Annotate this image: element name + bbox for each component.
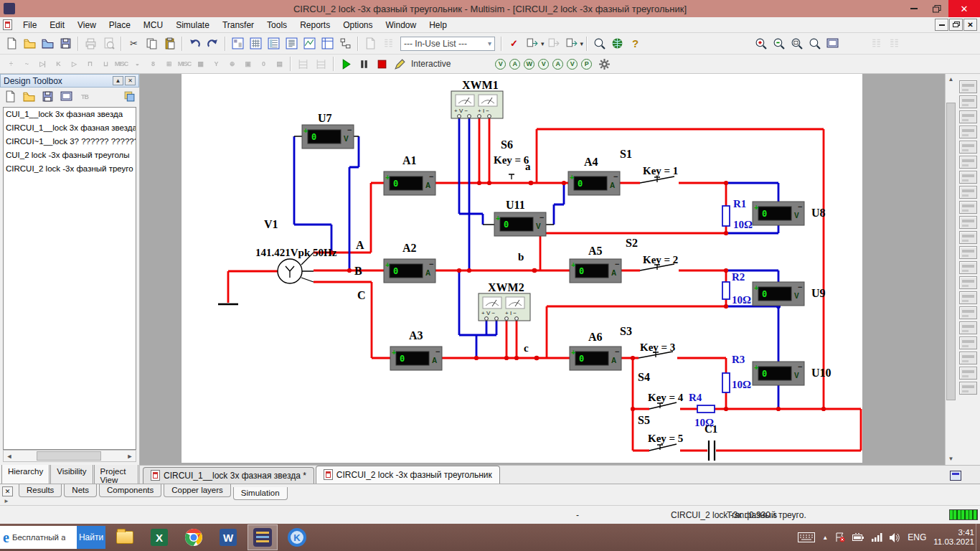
restore-button[interactable] [925,0,948,17]
scroll-right-icon[interactable]: ► [124,453,136,460]
oscilloscope-button[interactable] [959,126,977,138]
education-web-page-button[interactable] [608,35,626,52]
function-generator-button[interactable] [959,95,977,108]
component-r1[interactable] [722,206,730,226]
taskbar-kompas[interactable]: K [282,524,312,550]
menu-view[interactable]: View [71,19,103,32]
label-r1[interactable]: R1 [733,198,746,209]
copy-button[interactable] [143,35,161,52]
menu-options[interactable]: Options [336,19,379,32]
ac-current-probe-button[interactable]: A [552,59,563,70]
spice-netlist-viewer-button[interactable] [265,35,283,52]
menu-file[interactable]: File [17,19,43,32]
mdi-window-icon[interactable] [950,471,961,481]
current-clamp-button[interactable] [959,352,977,364]
undo-button[interactable] [186,35,204,52]
open-design-button[interactable] [21,89,37,104]
panel-close-button[interactable]: ✕ [125,76,136,85]
label-s6[interactable]: S6 [501,138,513,151]
probe-settings-button[interactable] [595,55,613,72]
close-button[interactable]: ✕ [948,0,980,17]
save-button[interactable] [57,35,75,52]
electrical-rules-check-button[interactable]: ✓ [505,35,523,52]
menu-window[interactable]: Window [380,19,423,32]
close-design-button[interactable] [58,89,74,104]
tektronix-oscilloscope-button[interactable] [959,336,977,349]
canvas-vscrollbar[interactable]: ▲ ▼ [945,74,956,465]
panel-collapse-button[interactable]: ▲ [113,76,123,85]
cut-button[interactable]: ✂ [125,35,143,52]
minimize-button[interactable] [903,0,925,17]
taskbar-search-box[interactable]: e [0,526,77,549]
battery-icon[interactable] [852,533,864,542]
mdi-close-button[interactable]: ✕ [963,19,977,31]
distortion-analyzer-button[interactable] [959,246,977,259]
zoom-out-button[interactable] [770,35,788,52]
bode-plotter-button[interactable] [959,156,977,169]
interactive-simulation-button[interactable] [391,55,409,72]
edge-icon[interactable]: e [3,529,9,546]
spreadsheet-close-button[interactable]: ✕ [2,486,13,496]
differential-voltage-probe-button[interactable]: V [538,59,549,70]
document-tab-active[interactable]: CIRCUI_2 lock -3x фазный треугольник [316,466,500,484]
search-input[interactable] [12,533,65,542]
label-s1[interactable]: S1 [620,148,632,160]
logic-converter-button[interactable] [959,201,977,214]
taskbar-chrome[interactable] [179,524,209,550]
network-analyzer-button[interactable] [959,276,977,289]
agilent-function-generator-button[interactable] [959,291,977,304]
taskbar-multisim-active[interactable] [248,524,278,550]
agilent-multimeter-button[interactable] [959,306,977,319]
search-button[interactable]: Найти [77,526,105,549]
paste-button[interactable] [161,35,179,52]
new-sheet-button[interactable] [2,89,18,104]
design-list-item[interactable]: CUI_1__lock 3x фазная звезда [4,108,136,121]
tab-copper-layers[interactable]: Copper layers [164,484,231,497]
toggle-design-toolbox-button[interactable] [229,35,247,52]
frequency-counter-button[interactable] [959,171,977,184]
pause-simulation-button[interactable] [355,55,373,72]
scroll-up-icon[interactable]: ▲ [946,74,956,85]
mdi-minimize-button[interactable] [935,19,948,31]
word-generator-button[interactable] [959,186,977,199]
tab-simulation[interactable]: Simulation [233,487,288,500]
taskbar-excel[interactable]: X [144,524,174,550]
menu-edit[interactable]: Edit [43,19,71,32]
component-r4[interactable] [697,405,715,413]
multimeter-button[interactable] [959,80,977,93]
taskbar-word[interactable]: W [213,524,243,550]
design-list-item[interactable]: CIRCUI_1__lock 3x фазная звезда [4,121,136,135]
transfer-to-ultiboard-button[interactable] [523,35,541,52]
language-indicator[interactable]: ENG [908,532,926,542]
menu-transfer[interactable]: Transfer [216,19,260,32]
zoom-area-button[interactable] [788,35,806,52]
taskbar-clock[interactable]: 3:41 11.03.2021 [933,528,974,547]
label-c1[interactable]: C1 [705,423,717,435]
label-s4[interactable]: S4 [638,371,650,383]
label-r4[interactable]: R4 [689,392,702,403]
layers-button[interactable] [121,89,137,104]
component-r2[interactable] [722,282,730,299]
label-v1[interactable]: V1 [264,218,278,230]
label-s2[interactable]: S2 [626,237,638,249]
toggle-spreadsheet-button[interactable] [247,35,265,52]
zoom-fit-button[interactable] [806,35,824,52]
forward-annotate-button[interactable] [562,35,580,52]
open-file-button[interactable] [21,35,39,52]
scroll-left-icon[interactable]: ◄ [4,453,15,460]
spectrum-analyzer-button[interactable] [959,261,977,274]
menu-place[interactable]: Place [103,19,137,32]
four-channel-oscilloscope-button[interactable] [959,141,977,154]
network-signal-icon[interactable] [871,533,882,542]
postprocessor-button[interactable] [319,35,336,52]
label-r3[interactable]: R3 [732,354,745,365]
power-probe-button[interactable]: W [524,59,534,70]
scrollbar-thumb[interactable] [37,451,101,461]
label-s5[interactable]: S5 [638,414,650,426]
agilent-oscilloscope-button[interactable] [959,321,977,334]
stop-simulation-button[interactable] [373,55,391,72]
design-list-item[interactable]: CUI_2 lock -3x фазный треуголы [4,149,136,162]
dc-voltage-probe-button[interactable]: V [567,59,578,70]
menu-help[interactable]: Help [423,19,453,32]
circuit-schematic[interactable]: V1 141.421Vpk 50Hz A B C a b c S1 Key = … [140,74,945,465]
